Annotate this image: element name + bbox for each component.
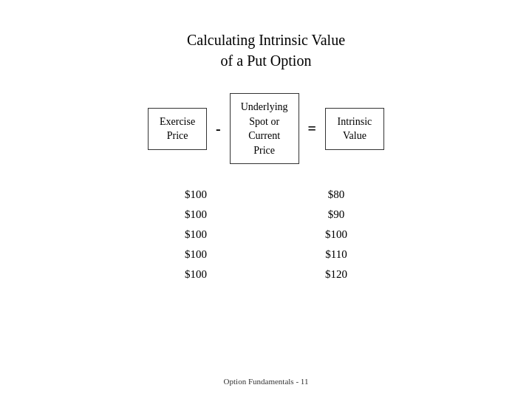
underlying-spot-box: UnderlyingSpot orCurrentPrice bbox=[230, 93, 299, 164]
intrinsic-value-box: IntrinsicValue bbox=[325, 108, 384, 150]
exercise-price-cell: $100 bbox=[126, 225, 266, 245]
table-row: $100$100 bbox=[126, 225, 406, 245]
exercise-price-box: ExercisePrice bbox=[148, 108, 207, 150]
exercise-price-cell: $100 bbox=[126, 265, 266, 284]
table-row: $100$120 bbox=[126, 265, 406, 284]
data-table: $100$80$100$90$100$100$100$110$100$120 bbox=[126, 185, 406, 284]
title: Calculating Intrinsic Value of a Put Opt… bbox=[187, 30, 345, 71]
table-row: $100$80 bbox=[126, 185, 406, 205]
footer: Option Fundamentals - 11 bbox=[224, 377, 309, 386]
table-row: $100$110 bbox=[126, 245, 406, 265]
formula-row: ExercisePrice - UnderlyingSpot orCurrent… bbox=[148, 93, 384, 164]
minus-operator: - bbox=[213, 120, 224, 137]
equals-operator: = bbox=[305, 120, 319, 137]
spot-price-cell: $110 bbox=[266, 245, 406, 265]
spot-price-cell: $100 bbox=[266, 225, 406, 245]
spot-price-cell: $120 bbox=[266, 265, 406, 284]
spot-price-cell: $90 bbox=[266, 205, 406, 225]
table-row: $100$90 bbox=[126, 205, 406, 225]
exercise-price-cell: $100 bbox=[126, 185, 266, 205]
exercise-price-cell: $100 bbox=[126, 205, 266, 225]
exercise-price-cell: $100 bbox=[126, 245, 266, 265]
spot-price-cell: $80 bbox=[266, 185, 406, 205]
